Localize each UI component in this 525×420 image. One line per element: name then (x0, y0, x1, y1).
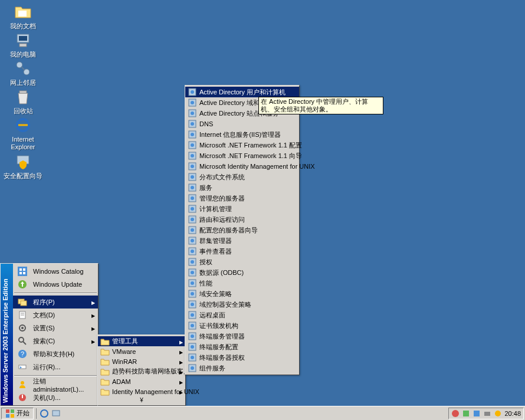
menu-item-label: Windows Catalog (33, 268, 96, 275)
start-button[interactable]: 开始 (1, 408, 34, 419)
admin-tools-item[interactable]: 组件服务 (185, 363, 299, 373)
svg-point-66 (191, 292, 194, 296)
tool-icon (188, 98, 197, 107)
programs-submenu-item[interactable]: 管理工具 (98, 336, 185, 346)
tray-icon[interactable] (494, 409, 502, 418)
svg-point-50 (191, 207, 194, 211)
submenu-item-label: 组件服务 (199, 364, 288, 373)
admin-tools-item[interactable]: 域控制器安全策略 (185, 299, 299, 310)
tray-icon[interactable] (462, 409, 470, 418)
desktop-icon-label: 回收站 (2, 107, 44, 115)
submenu-item-label: Identity Management for UNIX (112, 388, 199, 395)
desktop-icon-label: Internet Explorer (2, 136, 44, 151)
tool-icon (188, 130, 197, 139)
tray-icon[interactable] (472, 409, 481, 418)
admin-tools-item[interactable]: 终端服务管理器 (185, 331, 299, 342)
admin-tools-item[interactable]: 证书颁发机构 (185, 320, 299, 331)
desktop-icon-mycomputer[interactable]: 我的电脑 (2, 31, 44, 58)
admin-tools-item[interactable]: Active Directory 用户和计算机 (185, 87, 299, 97)
admin-tools-item[interactable]: 服务 (185, 182, 299, 193)
admin-tools-item[interactable]: 管理您的服务器 (185, 193, 299, 204)
run-icon (15, 360, 29, 374)
admin-tools-item[interactable]: 群集管理器 (185, 235, 299, 246)
admin-tools-item[interactable]: Microsoft .NET Framework 1.1 配置 (185, 140, 299, 150)
programs-submenu-item[interactable]: VMware (98, 346, 185, 356)
shutdown-icon (15, 391, 29, 405)
admin-tools-item[interactable]: Microsoft .NET Framework 1.1 向导 (185, 150, 299, 161)
admin-tools-item[interactable]: 事件查看器 (185, 246, 299, 257)
admin-tools-item[interactable]: Microsoft Identity Management for UNIX (185, 161, 299, 172)
admin-tools-item[interactable]: 数据源 (ODBC) (185, 267, 299, 278)
svg-point-24 (21, 381, 24, 385)
svg-point-32 (191, 111, 194, 115)
desktop-icon-label: 我的文档 (2, 22, 44, 30)
submenu-item-label: 管理您的服务器 (199, 194, 288, 203)
admin-tools-item[interactable]: 分布式文件系统 (185, 172, 299, 182)
submenu-item-label: 远程桌面 (199, 311, 288, 320)
admin-tools-item[interactable]: 域安全策略 (185, 288, 299, 299)
start-item-logoff[interactable]: 注销 administrator(L)... (13, 378, 98, 391)
chevron-right-icon (91, 298, 96, 306)
submenu-item-label: 配置您的服务器向导 (199, 226, 288, 235)
admin-tools-item[interactable]: 终端服务器授权 (185, 352, 299, 363)
security-icon (14, 152, 32, 171)
admin-tools-item[interactable]: 性能 (185, 278, 299, 288)
folder-icon (100, 377, 110, 386)
submenu-item-label: 终端服务管理器 (199, 332, 288, 341)
logoff-icon (15, 378, 29, 392)
start-item-documents[interactable]: 文档(D) (13, 309, 98, 321)
submenu-item-label: 授权 (199, 258, 288, 267)
start-item-catalog[interactable]: Windows Catalog (13, 265, 98, 278)
programs-submenu-item[interactable]: ADAM (98, 376, 185, 386)
chevron-right-icon (179, 358, 183, 365)
admin-tools-item[interactable]: 配置您的服务器向导 (185, 225, 299, 235)
programs-submenu-item[interactable]: Identity Management for UNIX (98, 386, 185, 396)
tray-icon[interactable] (451, 409, 460, 418)
start-item-search[interactable]: 搜索(C) (13, 334, 98, 347)
svg-point-87 (452, 410, 459, 417)
submenu-item-label: 计算机管理 (199, 205, 288, 214)
programs-submenu-item[interactable]: WinRAR (98, 356, 185, 366)
svg-point-76 (191, 345, 194, 349)
expand-chevron[interactable]: ¥ (98, 396, 185, 404)
svg-point-48 (191, 196, 194, 200)
desktop-icon-security[interactable]: 安全配置向导 (2, 152, 44, 180)
quicklaunch-ie[interactable] (39, 408, 50, 419)
desktop-icon-ie[interactable]: Internet Explorer (2, 116, 44, 151)
admin-tools-item[interactable]: 远程桌面 (185, 310, 299, 320)
admin-tools-item[interactable]: Internet 信息服务(IIS)管理器 (185, 129, 299, 140)
desktop-icon-recyclebin[interactable]: 回收站 (2, 87, 44, 115)
svg-point-80 (191, 366, 194, 370)
desktop-icon-mydocs[interactable]: 我的文档 (2, 2, 44, 30)
admin-tools-item[interactable]: DNS (185, 119, 299, 129)
network-icon (14, 59, 32, 78)
admin-tools-item[interactable]: 授权 (185, 257, 299, 267)
start-item-shutdown[interactable]: 关机(U)... (13, 391, 98, 404)
programs-submenu: 管理工具VMwareWinRAR趋势科技防毒墙网络版客户端ADAMIdentit… (97, 334, 186, 406)
start-item-settings[interactable]: 设置(S) (13, 321, 98, 334)
search-icon (15, 334, 29, 348)
svg-text:?: ? (21, 350, 24, 357)
admin-tools-item[interactable]: 路由和远程访问 (185, 214, 299, 225)
programs-submenu-item[interactable]: 趋势科技防毒墙网络版客户端 (98, 366, 185, 376)
chevron-right-icon (179, 378, 183, 385)
folder-icon (100, 337, 110, 346)
start-item-update[interactable]: Windows Update (13, 278, 98, 291)
start-item-programs[interactable]: 程序(P) (13, 296, 98, 309)
quicklaunch-desktop[interactable] (51, 408, 61, 419)
tray-icon[interactable] (483, 409, 491, 418)
menu-item-label: 注销 administrator(L)... (33, 377, 96, 393)
desktop-icon-network[interactable]: 网上邻居 (2, 59, 44, 87)
submenu-item-label: 数据源 (ODBC) (199, 268, 288, 277)
svg-point-60 (191, 260, 194, 264)
start-item-run[interactable]: 运行(R)... (13, 360, 98, 373)
admin-tools-submenu: Active Directory 用户和计算机Active Directory … (185, 85, 300, 375)
admin-tools-item[interactable]: 终端服务配置 (185, 342, 299, 352)
submenu-item-label: DNS (199, 120, 288, 127)
admin-tools-item[interactable]: 计算机管理 (185, 204, 299, 214)
svg-rect-90 (484, 412, 490, 416)
submenu-item-label: Microsoft .NET Framework 1.1 配置 (199, 141, 302, 150)
tooltip: 在 Active Directory 中管理用户、计算机、安全组和其他对象。 (258, 97, 383, 114)
svg-rect-13 (21, 301, 27, 306)
start-item-help[interactable]: ? 帮助和支持(H) (13, 347, 98, 360)
